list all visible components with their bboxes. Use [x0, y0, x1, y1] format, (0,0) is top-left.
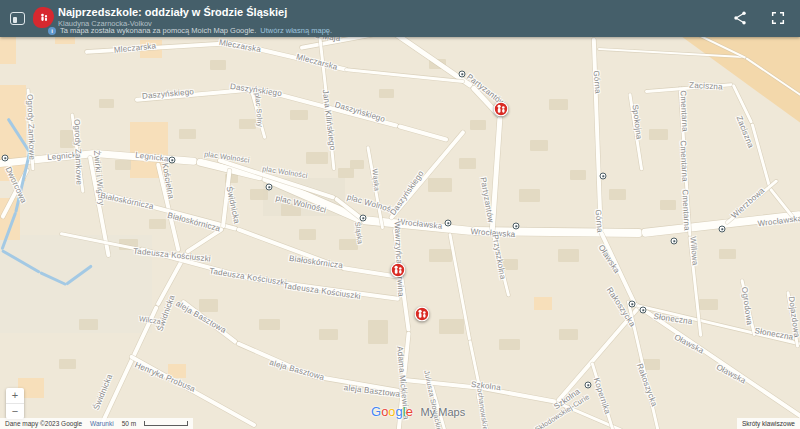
favorite-star-icon[interactable]: ☆ [213, 7, 221, 17]
street-label: Tadeusza Kościuszki [209, 266, 288, 287]
toggle-sidebar-icon[interactable] [10, 12, 25, 25]
street-label: Cmentarna [680, 189, 691, 231]
building [299, 229, 316, 240]
building [649, 129, 668, 140]
info-bar: i Ta mapa została wykonana za pomocą Moi… [48, 26, 332, 35]
building [319, 329, 338, 340]
building [149, 219, 166, 229]
kindergarten-marker[interactable] [494, 102, 509, 121]
street-label: Kopernika [592, 377, 612, 416]
terms-link[interactable]: Warunki [90, 420, 114, 427]
kindergarten-marker[interactable] [391, 263, 406, 282]
zoom-out-button[interactable]: − [6, 404, 24, 419]
street-label: Szkolna [471, 380, 502, 393]
building [699, 299, 718, 310]
info-icon: i [48, 27, 56, 35]
street-label: Henryka Probusa [133, 360, 196, 394]
building [306, 152, 328, 164]
road-segment [637, 304, 800, 346]
bus-stop-icon [445, 220, 452, 227]
my-maps-embed: 3 MajaMleczarskaMleczarskaMleczarskaDasz… [0, 0, 800, 429]
keyboard-shortcuts[interactable]: Skróty klawiszowe [737, 418, 800, 429]
building [379, 89, 394, 98]
street-label: Zaciszna [689, 81, 723, 92]
building [290, 110, 308, 120]
street-label: Spokojna [630, 104, 643, 140]
street-label: Daszyńskiego [388, 169, 425, 217]
bus-stop-icon [266, 184, 273, 191]
building [719, 249, 736, 259]
building [439, 319, 464, 334]
scale-bar [144, 421, 188, 426]
building [660, 200, 676, 210]
zoom-control: + − [6, 388, 24, 419]
building [199, 299, 218, 312]
building [519, 189, 540, 202]
building [115, 160, 131, 170]
street-label: Ogrodowa [740, 286, 754, 325]
bus-stop-icon [640, 307, 647, 314]
street-label: Ogrody Zamkowe [72, 119, 83, 185]
building [429, 249, 452, 262]
building [210, 60, 226, 70]
fullscreen-icon[interactable] [770, 10, 786, 26]
share-icon[interactable] [732, 10, 748, 26]
bus-stop-icon [600, 173, 607, 180]
building [459, 158, 476, 169]
building [470, 120, 486, 130]
street-label: Mleczarska [295, 52, 338, 72]
map-title[interactable]: Najprzedszkole: oddziały w Środzie Śląsk… [58, 6, 287, 18]
kindergarten-marker[interactable] [415, 307, 430, 326]
street-label: Cmentarna [678, 140, 689, 182]
map-logo-icon[interactable] [33, 7, 54, 28]
building [549, 99, 568, 110]
bus-stop-icon [585, 382, 592, 389]
building [559, 329, 578, 340]
map-canvas[interactable]: 3 MajaMleczarskaMleczarskaMleczarskaDasz… [0, 0, 800, 429]
street-label: aleja Basztowa [269, 358, 326, 382]
create-own-map-link[interactable]: Utwórz własną mapę. [260, 26, 332, 35]
bus-stop-icon [2, 155, 9, 162]
street-label: Cmentarna [678, 90, 689, 132]
bus-stop-icon [629, 301, 636, 308]
street-label: Tadeusza Kościuszki [283, 281, 362, 301]
map-data-attribution: Dane mapy ©2023 Google [5, 420, 82, 427]
road-segment [398, 124, 449, 141]
building [428, 178, 452, 192]
street-label: Mleczarska [218, 38, 261, 54]
building [339, 239, 358, 250]
street-label: Daszyńskiego [142, 87, 195, 101]
building [259, 319, 280, 330]
street-label: Przyszkolna [491, 234, 508, 280]
google-watermark[interactable]: Google My Maps [371, 404, 465, 419]
scale-text: 50 m [122, 420, 136, 427]
street-label: Białoskórnicza [99, 191, 154, 211]
bus-stop-icon [513, 223, 520, 230]
landuse-area [0, 85, 26, 181]
building [609, 189, 626, 200]
building [368, 320, 388, 344]
my-maps-label: My Maps [421, 406, 466, 418]
building [250, 189, 268, 200]
street-label: Wawrzyńca Korwina [393, 221, 406, 297]
street-label: Wąska [372, 169, 381, 192]
building [99, 99, 114, 108]
google-logo[interactable]: Google [371, 404, 413, 419]
building [530, 140, 548, 151]
landuse-area [534, 297, 552, 310]
street-label: Ogrody Zamkowe [25, 94, 36, 160]
attribution-bar: Dane mapy ©2023 Google Warunki 50 m [0, 418, 193, 429]
building [350, 160, 364, 169]
building [79, 319, 98, 330]
logo-figures-icon [38, 12, 50, 24]
bus-stop-icon [719, 226, 726, 233]
street-label: Słoneczna [653, 312, 693, 326]
street-label: Górna [592, 70, 603, 94]
street-label: Górna [594, 209, 605, 233]
bus-stop-icon [459, 71, 466, 78]
bus-stop-icon [169, 157, 176, 164]
zoom-in-button[interactable]: + [6, 388, 24, 403]
map-header: Najprzedszkole: oddziały w Środzie Śląsk… [0, 0, 800, 37]
building [239, 119, 256, 129]
info-text: Ta mapa została wykonana za pomocą Moich… [60, 26, 256, 35]
